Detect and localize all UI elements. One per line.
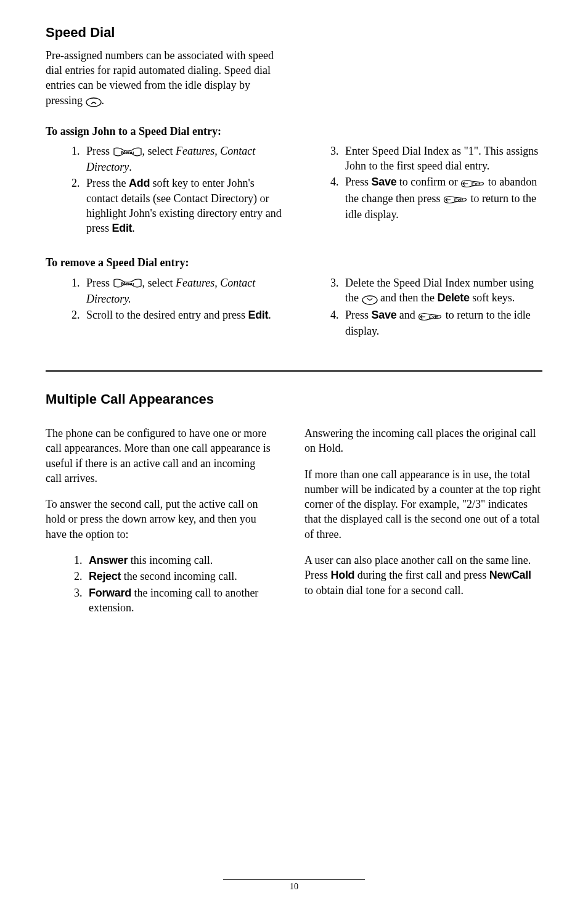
remove-left-list: Press Menu, select Features, Contact Dir… — [46, 275, 284, 323]
assign-title: To assign John to a Speed Dial entry: — [46, 124, 542, 139]
remove-3b: and then the — [378, 291, 438, 304]
assign-columns: Press Menu, select Features, Contact Dir… — [46, 141, 542, 237]
footer-divider — [223, 879, 365, 880]
page-footer: 10 — [0, 879, 588, 893]
remove-4a: Press — [345, 309, 372, 321]
remove-left-col: Press Menu, select Features, Contact Dir… — [46, 273, 284, 340]
speed-dial-lead: Pre-assigned numbers can be associated w… — [46, 48, 274, 109]
save-softkey: Save — [372, 309, 397, 321]
multi-p3b: during the first call and press — [354, 569, 489, 581]
newcall-softkey: NewCall — [489, 569, 531, 581]
exit-key-icon: Exit — [460, 176, 485, 190]
multi-opt-1: Answer this incoming call. — [85, 553, 284, 568]
multi-left-p1: The phone can be configured to have one … — [46, 426, 274, 486]
multi-left-col: The phone can be configured to have one … — [46, 415, 284, 616]
multi-call-heading: Multiple Call Appearances — [46, 390, 542, 409]
hold-softkey: Hold — [331, 569, 355, 581]
remove-columns: Press Menu, select Features, Contact Dir… — [46, 273, 542, 340]
multi-p3c: to obtain dial tone for a second call. — [304, 584, 463, 597]
page-number: 10 — [0, 881, 588, 893]
remove-right-list: Delete the Speed Dial Index number using… — [304, 275, 542, 339]
remove-1a: Press — [86, 277, 113, 289]
assign-right-list: Enter Speed Dial Index as "1". This assi… — [304, 144, 542, 222]
assign-4a: Press — [345, 176, 372, 188]
multi-right-p1: Answering the incoming call places the o… — [304, 426, 542, 456]
multi-right-p2: If more than one call appearance is in u… — [304, 467, 542, 542]
assign-2c: . — [132, 222, 135, 234]
section-divider — [46, 370, 542, 372]
svg-text:Exit: Exit — [454, 197, 463, 203]
delete-softkey: Delete — [437, 291, 469, 304]
assign-1b: , select — [142, 145, 176, 157]
multi-left-p2: To answer the second call, put the activ… — [46, 497, 274, 542]
remove-step-3: Delete the Speed Dial Index number using… — [341, 275, 542, 306]
answer-softkey: Answer — [89, 554, 128, 566]
exit-key-icon: Exit — [443, 192, 468, 206]
multi-opt-1-txt: this incoming call. — [128, 554, 213, 566]
multi-opt-2-txt: the second incoming call. — [121, 570, 237, 582]
add-softkey: Add — [129, 177, 150, 189]
save-softkey: Save — [372, 176, 397, 188]
assign-1a: Press — [86, 145, 113, 157]
assign-step-2: Press the Add soft key to enter John's c… — [83, 176, 284, 235]
multi-right-p3: A user can also place another call on th… — [304, 553, 542, 598]
remove-3c: soft keys. — [470, 291, 515, 304]
multi-options-list: Answer this incoming call. Reject the se… — [46, 553, 284, 615]
assign-step-4: Press Save to confirm or Exit to abandon… — [341, 174, 542, 221]
svg-text:Menu: Menu — [121, 281, 134, 287]
down-arrow-ellipse-icon — [362, 291, 378, 306]
remove-step-2: Scroll to the desired entry and press Ed… — [83, 308, 284, 322]
menu-label: Menu — [121, 150, 134, 155]
assign-3a: Enter Speed Dial Index as "1". This assi… — [345, 145, 538, 172]
document-page: Speed Dial Pre-assigned numbers can be a… — [0, 0, 588, 909]
edit-softkey: Edit — [248, 309, 268, 321]
menu-key-icon: Menu — [113, 276, 142, 291]
multi-right-col: Answering the incoming call places the o… — [304, 415, 542, 616]
remove-step-4: Press Save and Exit to return to the idl… — [341, 308, 542, 338]
forward-softkey: Forward — [89, 587, 131, 599]
speed-dial-lead-text: Pre-assigned numbers can be associated w… — [46, 49, 274, 107]
svg-text:Exit: Exit — [472, 181, 481, 187]
remove-2b: . — [268, 309, 271, 321]
remove-step-1: Press Menu, select Features, Contact Dir… — [83, 275, 284, 306]
remove-right-col: Delete the Speed Dial Index number using… — [304, 273, 542, 340]
assign-step-1: Press Menu, select Features, Contact Dir… — [83, 144, 284, 174]
speed-dial-lead-end: . — [102, 94, 105, 107]
exit-key-icon: Exit — [418, 309, 443, 324]
remove-1b: , select — [142, 277, 176, 289]
assign-right-col: Enter Speed Dial Index as "1". This assi… — [304, 141, 542, 237]
multi-columns: The phone can be configured to have one … — [46, 415, 542, 616]
assign-2a: Press the — [86, 177, 129, 189]
svg-text:Exit: Exit — [429, 314, 438, 320]
assign-left-list: Press Menu, select Features, Contact Dir… — [46, 144, 284, 236]
menu-key-icon: Menu — [113, 145, 142, 160]
edit-softkey: Edit — [112, 222, 133, 234]
remove-4b: and — [396, 309, 418, 321]
assign-left-col: Press Menu, select Features, Contact Dir… — [46, 141, 284, 237]
assign-4b: to confirm or — [396, 176, 460, 188]
multi-opt-2: Reject the second incoming call. — [85, 569, 284, 584]
multi-opt-3: Forward the incoming call to another ext… — [85, 585, 284, 616]
assign-step-3: Enter Speed Dial Index as "1". This assi… — [341, 144, 542, 174]
assign-1d: . — [129, 161, 132, 173]
up-arrow-ellipse-icon — [86, 94, 102, 108]
speed-dial-heading: Speed Dial — [46, 23, 542, 42]
remove-2a: Scroll to the desired entry and press — [86, 309, 248, 321]
reject-softkey: Reject — [89, 570, 121, 582]
remove-title: To remove a Speed Dial entry: — [46, 255, 542, 270]
